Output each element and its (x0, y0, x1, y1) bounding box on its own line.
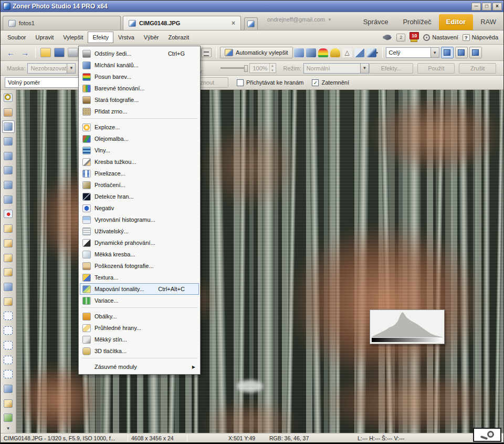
menubar-item[interactable]: Efekty (88, 32, 113, 43)
account-menu[interactable]: ondrejneff@gmail.com ▼ (267, 12, 332, 30)
forward-button[interactable]: → (18, 48, 32, 57)
messages-badge[interactable]: 2 (396, 34, 405, 42)
open-folder-button[interactable] (40, 48, 51, 57)
menubar-item[interactable]: Výběr (139, 32, 164, 43)
document-tab[interactable]: fotos1 (3, 16, 121, 30)
menubar-item[interactable]: Upravit (30, 32, 58, 43)
navigator-panel[interactable] (473, 428, 501, 442)
effects-menu-item[interactable]: Dynamické prahování... (80, 237, 199, 249)
effects-menu-item[interactable] (81, 118, 197, 120)
snap-to-edges-checkbox[interactable]: Přichytávat ke hranám (237, 79, 303, 86)
effects-menu-item[interactable]: Vyrovnání histogramu... (80, 214, 199, 225)
tool-button[interactable] (2, 179, 15, 191)
tool-button[interactable] (2, 397, 15, 410)
tool-button[interactable] (2, 120, 15, 133)
tool-button[interactable] (2, 193, 15, 206)
layer-apply-button[interactable]: Použít (417, 63, 455, 74)
actual-size-button[interactable] (469, 47, 482, 58)
spinner-arrows-icon[interactable]: ▲▼ (269, 64, 276, 73)
mask-combobox[interactable]: Nezobrazovat ▼ (27, 63, 76, 74)
tool-button[interactable] (2, 281, 15, 293)
tab-close-icon[interactable]: × (225, 19, 235, 27)
tool-button[interactable] (2, 91, 15, 104)
tool-button[interactable] (2, 310, 15, 323)
sharpen-icon[interactable] (342, 48, 352, 57)
minimize-button[interactable]: ─ (471, 3, 481, 11)
levels-icon[interactable] (294, 48, 304, 57)
effects-menu-item[interactable]: Posun barev... (80, 71, 199, 82)
tool-button[interactable] (2, 295, 15, 308)
menubar-item[interactable]: Vrstva (113, 32, 139, 43)
effects-menu-item[interactable]: Zásuvné moduly ▶ (80, 361, 199, 373)
effects-menu-item[interactable] (81, 307, 197, 309)
tool-button[interactable] (2, 266, 15, 278)
fit-width-button[interactable] (455, 47, 468, 58)
effects-menu-item[interactable]: Textura... (80, 272, 199, 283)
print-button[interactable] (68, 48, 78, 57)
effects-menu-item[interactable]: Uživatelský... (80, 225, 199, 237)
document-tab[interactable]: CIMG0148.JPG × (123, 16, 241, 30)
quick-adjust-button[interactable] (201, 48, 212, 57)
effects-menu-item[interactable]: Olejomalba... (80, 133, 199, 144)
zoom-level-combobox[interactable]: Celý ▼ (386, 47, 439, 58)
layer-opacity-slider[interactable] (220, 67, 247, 69)
workspace-nav-item[interactable]: Editor (439, 14, 474, 30)
effects-menu-item[interactable]: Poškozená fotografie... (80, 260, 199, 272)
tool-button[interactable] (2, 135, 15, 148)
slider-knob[interactable] (244, 65, 248, 72)
effects-menu-item[interactable]: Variace... (80, 295, 199, 306)
close-button[interactable]: × (492, 3, 502, 11)
auto-enhance-button[interactable]: Automaticky vylepšit (220, 47, 293, 58)
effects-menu-item[interactable]: Průhledné hrany... (80, 322, 199, 334)
maximize-button[interactable]: □ (482, 3, 491, 11)
tool-button[interactable] (2, 324, 15, 337)
settings-button[interactable]: Nastavení (423, 34, 458, 41)
layer-effects-button[interactable]: Efekty... (369, 63, 413, 74)
workspace-nav-item[interactable]: Správce (356, 14, 396, 30)
tool-button[interactable] (2, 411, 15, 424)
help-button[interactable]: ? Nápověda (463, 34, 498, 41)
tool-button[interactable] (2, 368, 15, 380)
blend-mode-combobox[interactable]: Normální ▼ (303, 63, 369, 74)
tool-button[interactable] (2, 208, 15, 221)
tool-button[interactable] (2, 339, 15, 352)
tool-button[interactable] (2, 164, 15, 177)
effects-menu-item[interactable]: Obálky... (80, 311, 199, 322)
curves-icon[interactable] (306, 48, 316, 57)
effects-menu-item[interactable]: Stará fotografie... (80, 94, 199, 106)
layer-opacity-spinner[interactable]: 100% ▲▼ (249, 63, 276, 73)
tool-button[interactable] (2, 237, 15, 250)
back-button[interactable]: ← (4, 48, 18, 57)
tab-stub[interactable] (244, 17, 258, 30)
effects-menu-item[interactable] (81, 358, 197, 360)
tool-button[interactable] (2, 383, 15, 395)
menubar-item[interactable]: Zobrazit (164, 32, 194, 43)
tool-button[interactable] (2, 252, 15, 264)
effects-menu-item[interactable]: Měkká kresba... (80, 249, 199, 260)
effects-menu-item[interactable]: Kresba tužkou... (80, 156, 199, 168)
effects-menu-item[interactable]: Protlačení... (80, 179, 199, 191)
retouch-caret-icon[interactable]: ▼ (375, 51, 379, 55)
news-button[interactable]: ▼ (383, 35, 392, 40)
menubar-item[interactable]: Soubor (3, 32, 30, 43)
offers-button[interactable]: 10 (410, 33, 419, 42)
effects-menu-item[interactable]: 3D tlačítka... (80, 345, 199, 357)
workspace-nav-item[interactable]: RAW (473, 14, 503, 30)
save-button[interactable] (54, 48, 65, 57)
effects-menu-item[interactable]: Vlny... (80, 144, 199, 156)
effects-menu-item[interactable]: Pixelizace... (80, 168, 199, 179)
tool-button[interactable] (2, 150, 15, 162)
effects-menu-item[interactable]: Přidat zrno... (80, 106, 199, 117)
effects-menu-item[interactable]: Měkký stín... (80, 334, 199, 345)
layer-cancel-button[interactable]: Zrušit (459, 63, 496, 74)
effects-menu-item[interactable]: Odstíny šedi... Ctrl+G (80, 48, 199, 59)
tool-button[interactable] (2, 222, 15, 235)
fit-view-button[interactable] (441, 47, 454, 58)
exposure-icon[interactable] (354, 48, 364, 57)
white-balance-icon[interactable] (330, 48, 340, 57)
more-tools-arrow-icon[interactable]: ▼ (6, 426, 10, 431)
workspace-nav-item[interactable]: Prohlížeč (395, 14, 438, 30)
effects-menu-item[interactable]: Mapování tonality... Ctrl+Alt+C (80, 283, 199, 295)
effects-menu-item[interactable]: Negativ (80, 202, 199, 214)
effects-menu-item[interactable]: Míchání kanálů... (80, 59, 199, 71)
